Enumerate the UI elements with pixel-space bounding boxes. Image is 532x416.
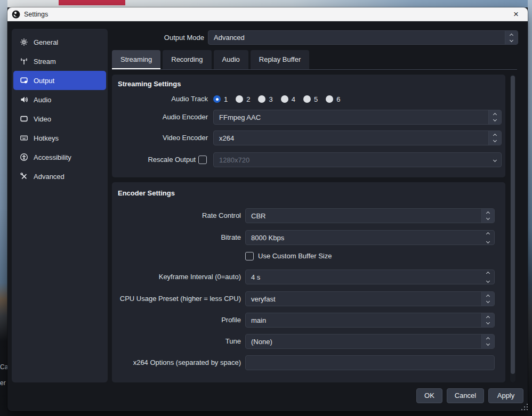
- vertical-scrollbar[interactable]: [510, 75, 515, 382]
- radio-selected-icon[interactable]: [213, 95, 221, 103]
- sidebar-item-video[interactable]: Video: [13, 109, 106, 128]
- chevron-up-down-icon[interactable]: [481, 313, 494, 327]
- sidebar-item-label: Audio: [34, 96, 51, 104]
- tune-select[interactable]: (None): [245, 334, 495, 349]
- radio-label: 6: [336, 95, 340, 103]
- radio-label: 1: [224, 95, 228, 103]
- radio-track-5[interactable]: 5: [303, 95, 318, 103]
- radio-track-1[interactable]: 1: [213, 95, 228, 103]
- radio-icon[interactable]: [258, 95, 265, 103]
- sidebar-item-label: Output: [34, 77, 54, 85]
- sidebar-item-audio[interactable]: Audio: [13, 90, 106, 109]
- tune-value: (None): [251, 338, 272, 346]
- rescale-output-label: Rescale Output: [112, 152, 196, 167]
- x264-options-input[interactable]: [245, 355, 495, 370]
- cpu-preset-select[interactable]: veryfast: [245, 291, 495, 306]
- bitrate-spinbox[interactable]: 8000 Kbps: [245, 230, 495, 245]
- radio-label: 2: [246, 95, 250, 103]
- radio-icon[interactable]: [236, 95, 243, 103]
- output-mode-label: Output Mode: [152, 30, 204, 45]
- keyframe-interval-spinbox[interactable]: 4 s: [245, 270, 495, 284]
- audio-encoder-value: FFmpeg AAC: [219, 113, 261, 121]
- output-icon: [20, 76, 28, 85]
- scrollbar-handle[interactable]: [511, 76, 515, 374]
- tab-streaming[interactable]: Streaming: [112, 50, 160, 69]
- radio-icon[interactable]: [326, 95, 333, 103]
- chevron-up-down-icon[interactable]: [481, 209, 494, 223]
- rate-control-value: CBR: [251, 212, 265, 220]
- rate-control-select[interactable]: CBR: [245, 208, 495, 223]
- resize-grip[interactable]: [521, 404, 528, 410]
- cpu-preset-label: CPU Usage Preset (higher = less CPU): [112, 291, 241, 306]
- tab-replay-buffer[interactable]: Replay Buffer: [251, 50, 310, 69]
- encoder-settings-card: Encoder Settings Rate Control CBR Bitrat…: [112, 182, 505, 382]
- tab-audio[interactable]: Audio: [214, 50, 248, 69]
- radio-label: 4: [292, 95, 295, 103]
- spinner-arrows-icon[interactable]: [481, 231, 494, 244]
- rescale-resolution-select: 1280x720: [213, 152, 502, 167]
- output-tabs: Streaming Recording Audio Replay Buffer: [112, 50, 309, 69]
- tab-recording[interactable]: Recording: [163, 50, 211, 69]
- video-encoder-value: x264: [219, 134, 234, 142]
- radio-label: 5: [314, 95, 318, 103]
- radio-track-4[interactable]: 4: [281, 95, 295, 103]
- bitrate-value: 8000 Kbps: [251, 234, 284, 242]
- speaker-icon: [20, 95, 28, 104]
- output-mode-value: Advanced: [214, 34, 245, 42]
- sidebar-item-general[interactable]: General: [13, 32, 106, 52]
- cancel-button[interactable]: Cancel: [447, 388, 484, 403]
- desktop-left-edge: [0, 0, 7, 416]
- settings-sidebar: General Stream Output Audio: [12, 29, 108, 382]
- rescale-resolution-value: 1280x720: [219, 156, 249, 164]
- ok-button[interactable]: OK: [416, 388, 442, 403]
- sidebar-item-label: Advanced: [34, 173, 65, 181]
- settings-window: Settings × General Stream Output: [7, 7, 528, 411]
- audio-track-radio-group: 1 2 3 4 5 6: [213, 94, 340, 104]
- tab-divider: [112, 69, 517, 70]
- audio-track-label: Audio Track: [112, 92, 208, 107]
- radio-track-2[interactable]: 2: [236, 95, 250, 103]
- output-mode-select[interactable]: Advanced: [208, 30, 518, 45]
- accessibility-icon: [20, 153, 28, 161]
- spinner-arrows-icon[interactable]: [481, 270, 494, 284]
- rescale-output-checkbox[interactable]: [198, 156, 207, 164]
- sidebar-item-output[interactable]: Output: [13, 71, 106, 90]
- titlebar[interactable]: Settings ×: [7, 7, 528, 21]
- radio-track-3[interactable]: 3: [258, 95, 272, 103]
- window-title: Settings: [24, 11, 48, 18]
- radio-label: 3: [269, 95, 272, 103]
- radio-icon[interactable]: [303, 95, 311, 103]
- sidebar-item-accessibility[interactable]: Accessibility: [13, 148, 106, 167]
- chevron-up-down-icon[interactable]: [505, 31, 518, 44]
- chevron-up-down-icon[interactable]: [488, 131, 501, 145]
- sidebar-item-stream[interactable]: Stream: [13, 52, 106, 71]
- video-encoder-label: Video Encoder: [112, 130, 208, 145]
- sidebar-item-hotkeys[interactable]: Hotkeys: [13, 128, 106, 148]
- custom-buffer-checkbox[interactable]: [245, 252, 254, 260]
- desktop-red-bar: [59, 0, 125, 5]
- sidebar-item-advanced[interactable]: Advanced: [13, 167, 106, 186]
- sidebar-item-label: Stream: [34, 58, 56, 66]
- chevron-up-down-icon[interactable]: [488, 110, 501, 124]
- obs-logo-icon: [12, 10, 20, 19]
- streaming-settings-card: Streaming Settings Audio Track 1 2 3 4 5…: [112, 75, 505, 177]
- audio-encoder-label: Audio Encoder: [112, 110, 208, 125]
- custom-buffer-label: Use Custom Buffer Size: [258, 252, 332, 260]
- radio-track-6[interactable]: 6: [326, 95, 340, 103]
- section-title: Encoder Settings: [118, 189, 175, 197]
- sidebar-item-label: Hotkeys: [34, 134, 59, 142]
- chevron-up-down-icon[interactable]: [481, 292, 494, 306]
- profile-select[interactable]: main: [245, 313, 495, 328]
- keyframe-interval-label: Keyframe Interval (0=auto): [112, 270, 241, 284]
- chevron-down-icon: [488, 153, 501, 167]
- audio-encoder-select[interactable]: FFmpeg AAC: [213, 110, 502, 125]
- chevron-up-down-icon[interactable]: [481, 335, 494, 348]
- close-icon[interactable]: ×: [509, 8, 523, 21]
- video-encoder-select[interactable]: x264: [213, 130, 502, 145]
- radio-icon[interactable]: [281, 95, 288, 103]
- apply-button[interactable]: Apply: [488, 388, 523, 403]
- cpu-preset-value: veryfast: [251, 295, 276, 303]
- x264-options-label: x264 Options (separated by space): [112, 355, 241, 370]
- rate-control-label: Rate Control: [112, 208, 241, 223]
- keyboard-icon: [20, 134, 28, 142]
